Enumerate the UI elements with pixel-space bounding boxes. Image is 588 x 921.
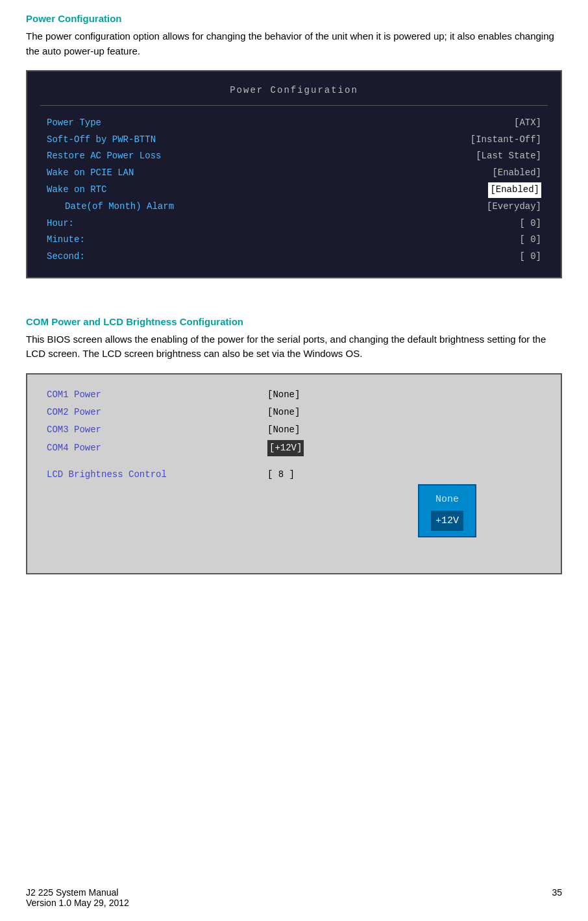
bios-value-power-type: [ATX] <box>514 116 541 131</box>
bios-value2-com4: [+12V] <box>267 440 304 456</box>
bios-row-wake-pcie: Wake on PCIE LAN [Enabled] <box>40 165 548 182</box>
bios-value-restore-ac: [Last State] <box>476 149 541 164</box>
bios-row-date-month: Date(of Month) Alarm [Everyday] <box>40 199 548 215</box>
description-1: The power configuration option allows fo… <box>26 29 562 58</box>
bios-row-softoff: Soft-Off by PWR-BTTN [Instant-Off] <box>40 132 548 149</box>
bios-label-softoff: Soft-Off by PWR-BTTN <box>47 132 228 148</box>
bios-value-wake-pcie: [Enabled] <box>492 166 541 181</box>
section-title-1: Power Configuration <box>26 13 562 24</box>
bios-value-date-month: [Everyday] <box>487 199 541 215</box>
bios-value-second: [ 0] <box>519 249 541 265</box>
bios-label2-lcd: LCD Brightness Control <box>47 467 267 483</box>
bios-row-hour: Hour: [ 0] <box>40 215 548 232</box>
bios-label2-com4: COM4 Power <box>47 440 267 456</box>
description-2: This BIOS screen allows the enabling of … <box>26 332 562 362</box>
bios-value2-com2: [None] <box>267 404 300 421</box>
bios-label2-com3: COM3 Power <box>47 422 267 438</box>
bios-value-minute: [ 0] <box>519 232 541 248</box>
bios-row2-com4: COM4 Power [+12V] <box>40 439 548 457</box>
bios-row2-lcd: LCD Brightness Control [ 8 ] <box>40 466 548 484</box>
bios-row2-com2: COM2 Power [None] <box>40 404 548 421</box>
dropdown-option-none: None <box>431 491 463 508</box>
bios-label-wake-pcie: Wake on PCIE LAN <box>47 166 228 181</box>
bios-label2-com2: COM2 Power <box>47 404 267 421</box>
bios-row-power-type: Power Type [ATX] <box>40 115 548 132</box>
bios-label-power-type: Power Type <box>47 116 228 131</box>
dropdown-option-plus12v: +12V <box>431 511 463 531</box>
bios-label-hour: Hour: <box>47 216 228 232</box>
bios-row-second: Second: [ 0] <box>40 249 548 265</box>
bios-value-wake-rtc: [Enabled] <box>488 182 541 198</box>
bios-value-hour: [ 0] <box>519 216 541 232</box>
bios-value2-com1: [None] <box>267 387 300 403</box>
bios-value2-lcd: [ 8 ] <box>267 467 295 483</box>
bios-row-minute: Minute: [ 0] <box>40 232 548 249</box>
bios-row2-com1: COM1 Power [None] <box>40 386 548 404</box>
bios-row2-com3: COM3 Power [None] <box>40 421 548 439</box>
bios-row-wake-rtc: Wake on RTC [Enabled] <box>40 182 548 199</box>
section-title-2: COM Power and LCD Brightness Configurati… <box>26 316 562 327</box>
footer-left: J2 225 System Manual Version 1.0 May 29,… <box>26 887 129 908</box>
page-footer: J2 225 System Manual Version 1.0 May 29,… <box>26 887 562 908</box>
bios-row-restore-ac: Restore AC Power Loss [Last State] <box>40 148 548 165</box>
bios-value2-com3: [None] <box>267 422 300 438</box>
bios-screen-2: COM1 Power [None] COM2 Power [None] COM3… <box>26 373 562 574</box>
bios-screen-1: Power Configuration Power Type [ATX] Sof… <box>26 70 562 278</box>
bios-label-minute: Minute: <box>47 232 228 248</box>
bios-label2-com1: COM1 Power <box>47 387 267 403</box>
bios-label-restore-ac: Restore AC Power Loss <box>47 149 228 164</box>
bios-screen-1-title: Power Configuration <box>40 83 548 106</box>
bios-label-second: Second: <box>47 249 228 265</box>
bios-value-softoff: [Instant-Off] <box>471 132 541 148</box>
dropdown-popup: None +12V <box>418 484 476 537</box>
bios-label-date-month: Date(of Month) Alarm <box>47 199 228 215</box>
footer-right: 35 <box>552 887 562 908</box>
bios-label-wake-rtc: Wake on RTC <box>47 182 228 198</box>
